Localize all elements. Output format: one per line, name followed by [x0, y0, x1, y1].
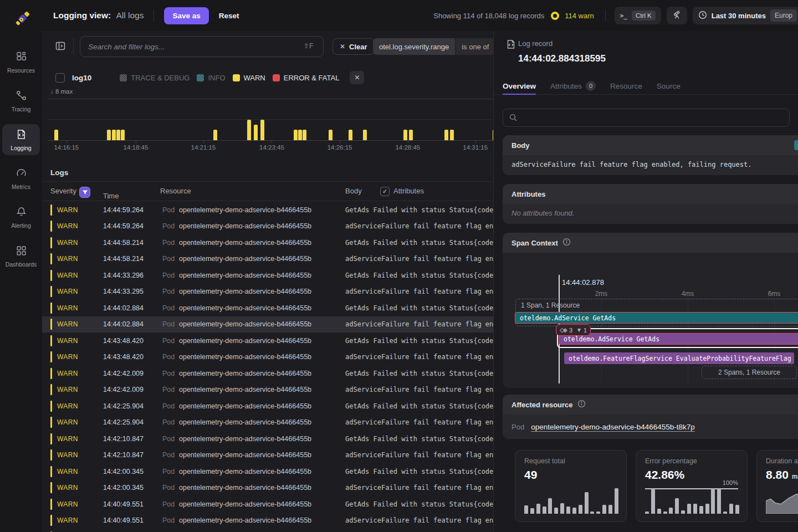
command-palette-button[interactable]: >_ Ctrl K: [615, 7, 661, 24]
reset-button[interactable]: Reset: [219, 12, 239, 20]
histogram-bar[interactable]: [213, 130, 217, 140]
main-content: ⇧F ✕ Clear otel.log.severity.range is on…: [42, 31, 493, 532]
tab-attributes[interactable]: Attributes 0: [550, 78, 596, 94]
info-icon[interactable]: [577, 400, 586, 410]
axis-tick-label: 14:28:45: [395, 144, 420, 151]
affected-resource-header: Affected resource: [503, 395, 798, 415]
save-as-button[interactable]: Save as: [164, 7, 208, 24]
mini-bar: [717, 488, 721, 514]
body-value: GetAds Failed with status Status{code: [345, 272, 493, 279]
collapsed-group-bottom[interactable]: 2 Spans, 1 Resource: [702, 366, 797, 379]
log-row[interactable]: WARN14:44:59.264Podopentelemetry-demo-ad…: [42, 202, 493, 218]
histogram-bar[interactable]: [116, 130, 120, 140]
span-bar-getads-server[interactable]: oteldemo.AdService GetAds: [515, 312, 798, 324]
metric-card-request-total[interactable]: Request total 49: [515, 450, 627, 522]
log-row[interactable]: WARN14:42:10.847Podopentelemetry-demo-ad…: [42, 447, 493, 464]
resource-type: Pod: [162, 484, 175, 492]
time-value: 14:40:49.551: [103, 500, 144, 508]
span-context-title: Span Context: [511, 239, 558, 247]
mini-bar: [560, 503, 564, 514]
span-waterfall: 14:44:02.878 2ms 4ms 6ms 1 Span, 1 Resou…: [503, 253, 798, 388]
log-row[interactable]: WARN14:42:25.904Podopentelemetry-demo-ad…: [42, 398, 493, 415]
metric-card-error-percentage[interactable]: Error percentage 42.86% 100%: [636, 450, 748, 522]
log-row[interactable]: WARN14:44:33.296Podopentelemetry-demo-ad…: [42, 267, 493, 284]
histogram-bar[interactable]: [403, 130, 407, 140]
histogram-bar[interactable]: [363, 130, 367, 140]
time-value: 14:42:42.009: [103, 386, 144, 393]
hundred-percent-label: 100%: [723, 479, 738, 486]
histogram-bar[interactable]: [303, 130, 306, 140]
mini-bar: [548, 498, 552, 514]
severity-value: WARN: [57, 370, 78, 377]
log-row[interactable]: WARN14:44:58.214Podopentelemetry-demo-ad…: [42, 251, 493, 268]
mini-bar: [615, 488, 618, 514]
span-bar-featureflag[interactable]: oteldemo.FeatureFlagService EvaluateProb…: [564, 352, 794, 364]
metric-card-duration-avg[interactable]: Duration av 8.80 ms: [756, 450, 798, 522]
severity-indicator-bar: [50, 401, 52, 412]
log-row[interactable]: WARN14:44:33.295Podopentelemetry-demo-ad…: [42, 284, 493, 300]
announcements-button[interactable]: [667, 7, 687, 24]
column-severity[interactable]: Severity: [50, 187, 76, 195]
histogram-bar[interactable]: [121, 130, 125, 140]
histogram-bar[interactable]: [112, 130, 116, 140]
tab-source[interactable]: Source: [657, 78, 681, 94]
histogram-bar[interactable]: [298, 130, 302, 140]
log-row[interactable]: WARN14:42:42.009Podopentelemetry-demo-ad…: [42, 365, 493, 382]
attributes-checkbox[interactable]: ✓: [380, 187, 390, 196]
histogram-bar[interactable]: [107, 130, 111, 140]
span-event-markers[interactable]: ◇◆3 ▼1: [556, 324, 591, 336]
histogram-bar[interactable]: [450, 130, 454, 140]
resource-name: opentelemetry-demo-adservice-b4466455b: [179, 353, 339, 361]
attributes-card: Attributes No attributes found.: [503, 184, 798, 224]
log-row[interactable]: WARN: [42, 529, 493, 532]
sidebar-item-resources[interactable]: Resources: [2, 47, 40, 78]
log-row[interactable]: WARN14:43:48.420Podopentelemetry-demo-ad…: [42, 332, 493, 349]
log-row[interactable]: WARN14:42:00.345Podopentelemetry-demo-ad…: [42, 463, 493, 480]
log-row[interactable]: WARN14:44:58.214Podopentelemetry-demo-ad…: [42, 234, 493, 251]
resource-type: Pod: [162, 500, 175, 508]
mini-bar: [608, 505, 612, 514]
tab-resource[interactable]: Resource: [610, 78, 642, 94]
histogram-bar[interactable]: [54, 130, 58, 140]
terminal-icon: >_: [620, 12, 627, 19]
metric-label: Duration av: [766, 457, 798, 465]
sidebar-item-dashboards[interactable]: Dashboards: [2, 241, 40, 272]
histogram-bar[interactable]: [349, 130, 352, 140]
log-row[interactable]: WARN14:42:42.009Podopentelemetry-demo-ad…: [42, 382, 493, 398]
log-row[interactable]: WARN14:44:59.264Podopentelemetry-demo-ad…: [42, 218, 493, 235]
sidebar-item-tracing[interactable]: Tracing: [2, 85, 40, 116]
log-row[interactable]: WARN14:40:49.551Podopentelemetry-demo-ad…: [42, 513, 493, 529]
pod-link[interactable]: opentelemetry-demo-adservice-b4466455b-t…: [531, 423, 695, 431]
sidebar-item-metrics[interactable]: Metrics: [2, 163, 40, 194]
log-row[interactable]: WARN14:44:02.884Podopentelemetry-demo-ad…: [42, 300, 493, 316]
column-resource[interactable]: Resource: [160, 187, 191, 195]
log-row[interactable]: WARN14:43:48.420Podopentelemetry-demo-ad…: [42, 349, 493, 366]
info-icon[interactable]: [562, 238, 571, 248]
histogram-bar[interactable]: [254, 125, 258, 140]
histogram-bar[interactable]: [247, 120, 251, 141]
log-row[interactable]: WARN14:42:00.345Podopentelemetry-demo-ad…: [42, 480, 493, 497]
time-range-button[interactable]: Last 30 minutes Europ: [693, 7, 798, 24]
sidebar-item-alerting[interactable]: Alerting: [2, 202, 40, 233]
x-axis-line: [48, 140, 493, 141]
severity-filter-badge[interactable]: [79, 187, 90, 198]
log-row[interactable]: WARN14:40:49.551Podopentelemetry-demo-ad…: [42, 496, 493, 513]
histogram-bar[interactable]: [294, 130, 298, 140]
column-attributes[interactable]: Attributes: [393, 187, 424, 195]
histogram-bar[interactable]: [329, 130, 332, 140]
log-row[interactable]: WARN14:42:10.847Podopentelemetry-demo-ad…: [42, 431, 493, 447]
sidebar-item-logging[interactable]: Logging: [2, 124, 40, 155]
severity-indicator-bar: [50, 466, 52, 477]
histogram-bar[interactable]: [409, 130, 413, 140]
span-bar-getads-client[interactable]: oteldemo.AdService GetAds: [559, 333, 798, 345]
detail-search-input[interactable]: [503, 109, 790, 127]
tab-overview[interactable]: Overview: [503, 78, 536, 94]
log-row[interactable]: WARN14:44:02.884Podopentelemetry-demo-ad…: [42, 316, 493, 333]
log-row[interactable]: WARN14:42:25.904Podopentelemetry-demo-ad…: [42, 415, 493, 431]
histogram-bar[interactable]: [260, 120, 264, 141]
resource-type: Pod: [162, 353, 175, 361]
histogram-bar[interactable]: [444, 130, 448, 140]
app-logo-telescope-icon[interactable]: [10, 8, 33, 31]
column-body[interactable]: Body: [345, 187, 362, 195]
metric-value: 42.86%: [645, 468, 684, 482]
